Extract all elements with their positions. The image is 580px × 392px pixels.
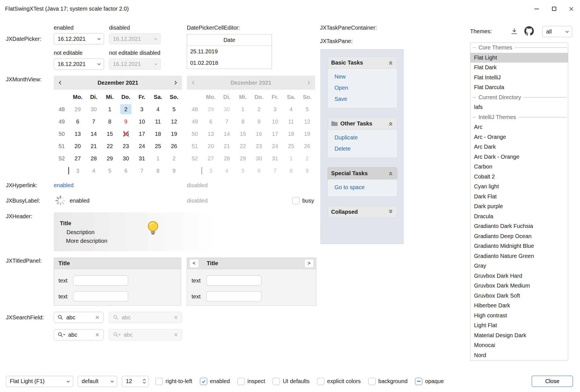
combo-value[interactable]: Flat Light (F1) xyxy=(6,378,63,384)
chevron-down-icon[interactable] xyxy=(94,61,104,66)
close-button[interactable]: Close xyxy=(532,376,573,387)
calendar-day[interactable]: 10 xyxy=(134,115,150,128)
combo-value[interactable]: all xyxy=(543,28,562,35)
theme-list-item[interactable]: Dark Flat xyxy=(470,192,568,202)
calendar-day[interactable]: 3 xyxy=(134,103,150,115)
chevron-down-icon[interactable] xyxy=(94,36,104,41)
search-field-enabled[interactable]: abc xyxy=(54,312,103,323)
prev-month-button[interactable] xyxy=(54,80,67,85)
calendar-day[interactable]: 5 xyxy=(102,165,118,177)
maximize-button[interactable] xyxy=(545,0,563,18)
titled-panel-prev-button[interactable]: < xyxy=(189,259,199,268)
chevron-down-icon[interactable] xyxy=(107,379,117,384)
theme-list-item[interactable]: Arc - Orange xyxy=(470,132,568,142)
calendar-day[interactable]: 7 xyxy=(134,165,150,177)
calendar-day[interactable]: 19 xyxy=(166,128,182,140)
calendar-day[interactable]: 3 xyxy=(70,165,86,177)
theme-selector-combo[interactable]: Flat Light (F1) xyxy=(6,376,73,387)
text-input[interactable] xyxy=(73,275,128,286)
calendar-day[interactable]: 26 xyxy=(166,140,182,152)
text-input[interactable] xyxy=(206,291,261,301)
checkbox-box[interactable] xyxy=(155,378,163,385)
theme-filter-combo[interactable]: all xyxy=(542,26,572,37)
collapse-chevron-icon[interactable] xyxy=(388,170,394,176)
calendar-day[interactable]: 18 xyxy=(150,128,166,140)
font-size-spinner[interactable]: 12 xyxy=(122,376,149,387)
calendar-day[interactable]: 4 xyxy=(150,103,166,115)
taskpane-action-save[interactable]: Save xyxy=(334,93,397,104)
taskpane-action-delete[interactable]: Delete xyxy=(334,143,397,154)
checkbox-box[interactable] xyxy=(292,197,300,204)
calendar-day[interactable]: 1 xyxy=(150,152,166,165)
calendar-day[interactable]: 21 xyxy=(86,140,102,152)
next-month-button[interactable] xyxy=(169,80,182,85)
calendar-day[interactable]: 30 xyxy=(118,152,134,165)
calendar-day[interactable]: 30 xyxy=(86,103,102,115)
theme-list-item[interactable]: Gray xyxy=(470,261,568,271)
combo-value[interactable]: default xyxy=(78,378,107,384)
theme-list-item[interactable]: Monocai xyxy=(470,340,568,350)
search-input[interactable]: abc xyxy=(66,314,95,321)
datepicker-not-editable[interactable]: 16.12.2021 xyxy=(54,58,104,70)
checkbox-right-to-left[interactable]: right-to-left xyxy=(155,378,192,385)
calendar-day[interactable]: 6 xyxy=(118,165,134,177)
calendar-day[interactable]: 16 xyxy=(118,128,134,140)
text-input[interactable] xyxy=(206,275,261,286)
theme-list-item[interactable]: Flat Darcula xyxy=(470,82,568,92)
calendar-day[interactable]: 29 xyxy=(102,152,118,165)
checkbox-box[interactable] xyxy=(237,378,245,385)
taskpane-header-collapsed[interactable]: Collapsed xyxy=(327,206,397,218)
calendar-day[interactable]: 17 xyxy=(134,128,150,140)
taskpane-action-new[interactable]: New xyxy=(334,71,397,82)
checkbox-box[interactable] xyxy=(415,378,422,385)
checkbox-box[interactable] xyxy=(317,378,324,385)
titled-panel-next-button[interactable]: > xyxy=(304,259,314,268)
taskpane-action-go-to-space[interactable]: Go to space xyxy=(334,182,397,193)
calendar-day[interactable]: 28 xyxy=(86,152,102,165)
theme-list-item[interactable]: Gradianto Dark Fuchsia xyxy=(470,221,568,231)
calendar-day[interactable]: 31 xyxy=(134,152,150,165)
checkbox-box[interactable] xyxy=(200,378,207,385)
theme-list-item[interactable]: Cyan light xyxy=(470,182,568,192)
theme-list-item[interactable]: Cobalt 2 xyxy=(470,172,568,182)
theme-list-item[interactable]: Hiberbee Dark xyxy=(470,301,568,311)
table-cell-date[interactable]: 01.02.2018 xyxy=(187,57,272,69)
download-themes-icon[interactable] xyxy=(510,27,518,35)
collapse-chevron-icon[interactable] xyxy=(388,60,394,66)
clear-search-icon[interactable] xyxy=(95,332,100,338)
calendar-day[interactable]: 1 xyxy=(102,103,118,115)
calendar-day[interactable]: 23 xyxy=(118,140,134,152)
theme-list-item[interactable]: Carbon xyxy=(470,162,568,172)
calendar-day[interactable]: 11 xyxy=(150,115,166,128)
checkbox-ui-defaults[interactable]: UI defaults xyxy=(273,378,310,385)
calendar-day[interactable]: 6 xyxy=(70,115,86,128)
datepicker-value[interactable]: 16.12.2021 xyxy=(54,36,94,42)
close-window-button[interactable] xyxy=(563,0,580,18)
checkbox-background[interactable]: background xyxy=(368,378,408,385)
spinner-down-icon[interactable] xyxy=(142,381,146,384)
search-menu-icon[interactable] xyxy=(57,331,66,338)
github-icon[interactable] xyxy=(524,26,534,36)
expand-chevron-icon[interactable] xyxy=(388,209,394,215)
calendar-day[interactable]: 9 xyxy=(166,165,182,177)
theme-list-item[interactable]: Light Flat xyxy=(470,320,568,331)
minimize-button[interactable] xyxy=(528,0,545,18)
calendar-day[interactable]: 7 xyxy=(86,115,102,128)
calendar-day[interactable]: 24 xyxy=(134,140,150,152)
theme-list-item[interactable]: Flat Dark xyxy=(470,63,568,73)
calendar-day[interactable]: 4 xyxy=(86,165,102,177)
chevron-down-icon[interactable] xyxy=(562,29,572,34)
clear-search-icon[interactable] xyxy=(95,315,100,320)
theme-list-item[interactable]: Arc Dark xyxy=(470,142,568,152)
theme-list-item[interactable]: Gradianto Midnight Blue xyxy=(470,241,568,251)
text-input[interactable] xyxy=(73,291,128,301)
hyperlink-enabled[interactable]: enabled xyxy=(54,180,74,190)
datepicker-value[interactable]: 16.12.2021 xyxy=(54,61,94,67)
checkbox-opaque[interactable]: opaque xyxy=(415,378,444,385)
calendar-day[interactable]: 12 xyxy=(166,115,182,128)
calendar-day[interactable]: 14 xyxy=(86,128,102,140)
theme-list-item[interactable]: Arc Dark - Orange xyxy=(470,152,568,162)
calendar-day[interactable]: 9 xyxy=(118,115,134,128)
search-field-with-menu-enabled[interactable]: abc xyxy=(54,329,103,340)
taskpane-header-special-tasks[interactable]: Special Tasks xyxy=(327,167,397,179)
